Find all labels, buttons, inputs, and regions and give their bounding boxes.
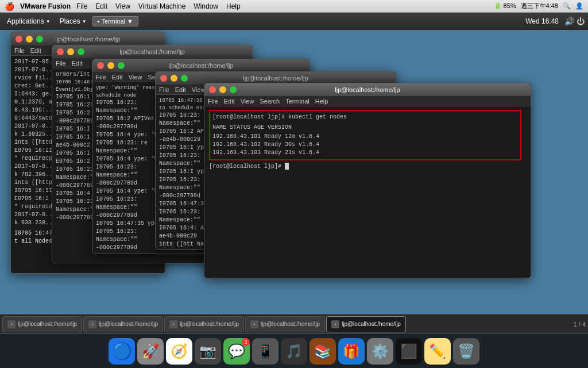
power-icon[interactable]: ⏻ xyxy=(577,17,585,26)
terminal-button[interactable]: ▪ Terminal ▼ xyxy=(92,16,138,26)
taskbar-icon-3: ▪ xyxy=(169,320,177,328)
maximize-button-4[interactable] xyxy=(181,75,188,82)
maximize-button-2[interactable] xyxy=(78,48,84,55)
dock-music[interactable]: 🎵 xyxy=(281,338,307,365)
taskbar-icon-2: ▪ xyxy=(88,320,96,328)
window-title-5: ljp@localhost:/home/ljp xyxy=(335,86,400,93)
dock-terminal[interactable]: ⬛ xyxy=(396,338,422,365)
minimize-button-1[interactable] xyxy=(26,36,33,43)
maximize-button-5[interactable] xyxy=(230,86,237,93)
minimize-button-2[interactable] xyxy=(67,48,74,55)
window-taskbar: ▪ ljp@localhost:/home/ljp ▪ ljp@localhos… xyxy=(0,314,588,334)
books-icon: 📚 xyxy=(314,343,331,359)
dock-finder[interactable]: 🔵 xyxy=(109,338,135,365)
places-menu[interactable]: Places ▼ xyxy=(56,16,90,26)
menu-edit[interactable]: Edit xyxy=(95,2,107,10)
taskbar-item-3[interactable]: ▪ ljp@localhost:/home/ljp xyxy=(164,316,244,332)
edit-menu-2[interactable]: Edit xyxy=(72,60,83,67)
view-menu-3[interactable]: View xyxy=(129,74,142,80)
apple-logo-icon[interactable]: 🍎 xyxy=(5,2,14,11)
macos-dock: 🔵 🚀 🧭 📷 💬 3 📱 🎵 📚 🎁 ⚙️ ⬛ ✏️ 🗑️ xyxy=(0,334,588,368)
messages-icon: 💬 xyxy=(228,343,245,359)
edit-menu-3[interactable]: Edit xyxy=(112,74,123,80)
notes-icon: ✏️ xyxy=(429,343,446,359)
maximize-button-3[interactable] xyxy=(118,62,125,69)
file-menu-5[interactable]: File xyxy=(208,98,218,105)
app6-icon: 📱 xyxy=(257,343,274,359)
minimize-button-3[interactable] xyxy=(107,62,114,69)
dock-trash[interactable]: 🗑️ xyxy=(453,338,479,365)
window-title-1: ljp@localhost:/home/ljp xyxy=(55,36,120,43)
maximize-button-1[interactable] xyxy=(36,36,43,43)
view-menu-5[interactable]: View xyxy=(241,98,254,105)
menu-window[interactable]: Window xyxy=(194,2,218,10)
close-button-5[interactable] xyxy=(209,86,216,93)
terminal-menu-5[interactable]: Terminal xyxy=(285,98,310,105)
minimize-button-4[interactable] xyxy=(171,75,177,82)
view-menu-4[interactable]: View xyxy=(192,86,206,93)
window-title-4: ljp@localhost:/home/ljp xyxy=(243,75,308,82)
terminal-icon: ▪ xyxy=(98,18,100,25)
safari-icon: 🧭 xyxy=(171,343,188,359)
dock-photos[interactable]: 📷 xyxy=(195,338,221,365)
file-menu-2[interactable]: File xyxy=(56,60,66,67)
menu-file[interactable]: File xyxy=(76,2,87,10)
taskbar-item-1[interactable]: ▪ ljp@localhost:/home/ljp xyxy=(2,316,82,332)
term-menubar-5: File Edit View Search Terminal Help xyxy=(204,96,531,106)
menu-virtualmachine[interactable]: Virtual Machine xyxy=(138,2,186,10)
close-button-4[interactable] xyxy=(160,75,167,82)
taskbar-item-4[interactable]: ▪ ljp@localhost:/home/ljp xyxy=(245,316,325,332)
desktop: ljp@localhost:/home/ljp File Edit 2017-0… xyxy=(0,30,588,348)
kubectl-command: [root@localhost ljp]# kubectl get nodes xyxy=(212,113,518,121)
settings-icon: ⚙️ xyxy=(372,343,389,359)
sound-icon[interactable]: 🔊 xyxy=(564,17,574,26)
places-label: Places xyxy=(60,17,80,25)
edit-menu-4[interactable]: Edit xyxy=(175,86,186,93)
minimize-button-5[interactable] xyxy=(219,86,226,93)
menu-items: File Edit View Virtual Machine Window He… xyxy=(76,2,241,10)
menubar-icons: 🔋 85% xyxy=(494,2,516,10)
dock-launchpad[interactable]: 🚀 xyxy=(137,338,164,365)
edit-menu-1[interactable]: Edit xyxy=(30,47,41,54)
taskbar-icon-4: ▪ xyxy=(250,320,258,328)
finder-icon: 🔵 xyxy=(112,342,132,361)
dock-app6[interactable]: 📱 xyxy=(252,338,278,365)
file-menu-1[interactable]: File xyxy=(14,47,25,54)
titlebar-3: ljp@localhost:/home/ljp xyxy=(92,59,310,72)
help-menu-5[interactable]: Help xyxy=(315,98,328,105)
titlebar-1: ljp@localhost:/home/ljp xyxy=(11,33,165,45)
places-arrow-icon: ▼ xyxy=(82,19,87,24)
dock-appstore[interactable]: 🎁 xyxy=(338,338,365,365)
terminal-window-5: ljp@localhost:/home/ljp File Edit View S… xyxy=(204,83,531,278)
menubar-user[interactable]: 👤 xyxy=(575,2,583,10)
taskbar-label-3: ljp@localhost:/home/ljp xyxy=(180,321,239,327)
search-menu-5[interactable]: Search xyxy=(260,98,280,105)
file-menu-3[interactable]: File xyxy=(96,74,106,80)
dock-messages[interactable]: 💬 3 xyxy=(223,338,250,365)
close-button-2[interactable] xyxy=(57,48,64,55)
term-content-5[interactable]: [root@localhost ljp]# kubectl get nodes … xyxy=(204,106,531,278)
taskbar-label-2: ljp@localhost:/home/ljp xyxy=(99,321,158,327)
file-menu-4[interactable]: File xyxy=(159,86,169,93)
terminal-arrow-icon: ▼ xyxy=(127,18,133,25)
menu-view[interactable]: View xyxy=(115,2,130,10)
messages-badge: 3 xyxy=(242,338,250,346)
close-button-3[interactable] xyxy=(97,62,104,69)
dock-books[interactable]: 📚 xyxy=(310,338,336,365)
edit-menu-5[interactable]: Edit xyxy=(224,98,235,105)
dock-safari[interactable]: 🧭 xyxy=(166,338,192,365)
taskbar-item-5[interactable]: ▪ ljp@localhost:/home/ljp xyxy=(326,316,406,332)
taskbar-count: 1 / 4 xyxy=(569,321,586,328)
menubar-search[interactable]: 🔍 xyxy=(563,2,571,10)
dock-notes[interactable]: ✏️ xyxy=(424,338,451,365)
applications-label: Applications xyxy=(7,17,44,25)
applications-menu[interactable]: Applications ▼ xyxy=(3,16,54,26)
dock-settings[interactable]: ⚙️ xyxy=(367,338,393,365)
taskbar-item-2[interactable]: ▪ ljp@localhost:/home/ljp xyxy=(83,316,163,332)
photos-icon: 📷 xyxy=(199,343,216,359)
menu-help[interactable]: Help xyxy=(226,2,241,10)
app-name: VMware Fusion xyxy=(20,2,71,10)
taskbar-icon-1: ▪ xyxy=(7,320,16,328)
close-button-1[interactable] xyxy=(16,36,22,43)
titlebar-2: ljp@localhost:/home/ljp xyxy=(52,45,252,58)
